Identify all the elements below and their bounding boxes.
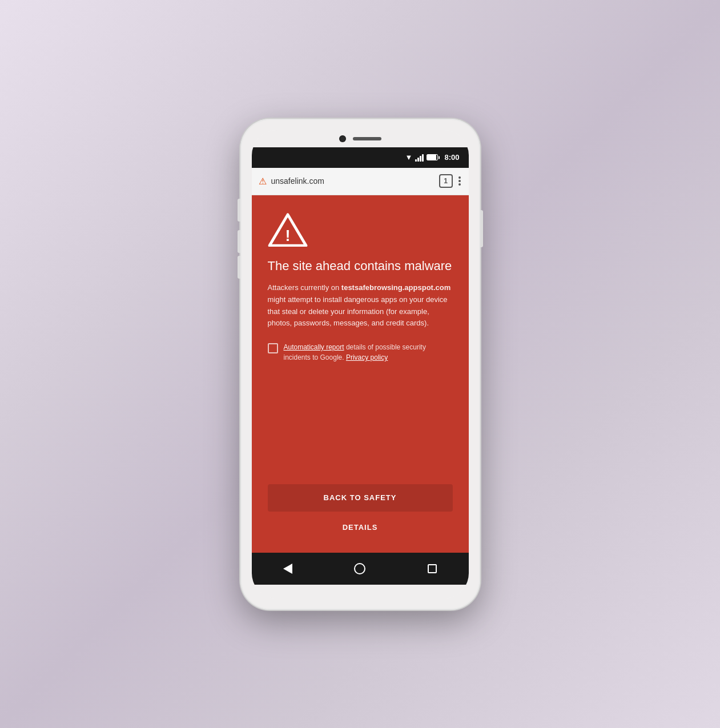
warning-icon-container: ! (268, 212, 453, 247)
warning-title: The site ahead contains malware (268, 258, 453, 275)
navigation-bar (252, 553, 469, 585)
recents-nav-icon (428, 564, 437, 573)
back-nav-icon (283, 564, 292, 574)
signal-bars-icon (415, 154, 424, 162)
wifi-icon: ▼ (405, 153, 413, 162)
time-display: 8:00 (444, 153, 459, 162)
back-to-safety-button[interactable]: BACK TO SAFETY (268, 484, 453, 512)
status-bar: ▼ 8:00 (252, 147, 469, 168)
phone-hardware-top (252, 130, 469, 147)
warning-desc-before: Attackers currently on (268, 283, 341, 292)
tab-count-button[interactable]: 1 (439, 174, 453, 188)
earpiece-speaker (353, 137, 381, 140)
warning-desc-after: might attempt to install dangerous apps … (268, 295, 448, 328)
status-icons: ▼ 8:00 (405, 153, 460, 162)
menu-button[interactable] (457, 174, 462, 188)
report-text: Automatically report details of possible… (284, 342, 453, 363)
svg-text:!: ! (285, 227, 290, 244)
warning-description: Attackers currently on testsafebrowsing.… (268, 282, 453, 329)
phone-device: ▼ 8:00 ⚠ unsafelink.com (240, 119, 480, 610)
home-nav-button[interactable] (348, 557, 371, 580)
details-button[interactable]: DETAILS (268, 514, 453, 541)
front-camera (339, 135, 346, 142)
phone-screen: ▼ 8:00 ⚠ unsafelink.com (252, 130, 469, 598)
phone-hardware-bottom (252, 585, 469, 598)
warning-page: ! The site ahead contains malware Attack… (252, 195, 469, 553)
warning-triangle-icon: ! (268, 212, 308, 247)
battery-icon (427, 154, 438, 160)
home-nav-icon (354, 563, 365, 574)
address-bar: ⚠ unsafelink.com 1 (252, 168, 469, 195)
url-display[interactable]: unsafelink.com (271, 176, 435, 186)
privacy-policy-link[interactable]: Privacy policy (346, 353, 388, 361)
back-nav-button[interactable] (276, 557, 299, 580)
report-checkbox[interactable] (268, 343, 278, 353)
report-section: Automatically report details of possible… (268, 342, 453, 363)
recents-nav-button[interactable] (421, 557, 444, 580)
warning-icon-small: ⚠ (259, 176, 267, 187)
automatically-report-link[interactable]: Automatically report (284, 343, 344, 351)
warning-site-bold: testsafebrowsing.appspot.com (341, 283, 450, 292)
